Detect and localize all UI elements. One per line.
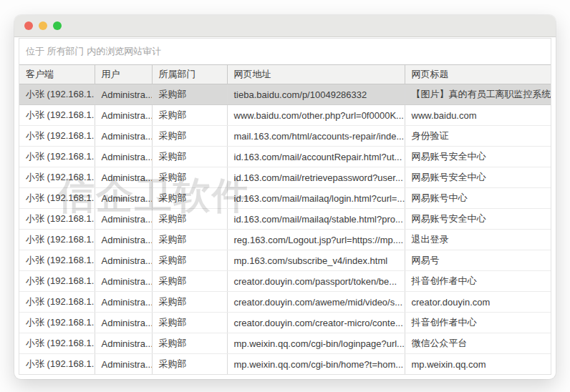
- cell-user: Administra...: [95, 126, 152, 147]
- cell-dept: 采购部: [152, 271, 227, 292]
- cell-dept: 采购部: [152, 230, 227, 250]
- cell-dept: 采购部: [152, 188, 227, 209]
- cell-dept: 采购部: [152, 147, 227, 167]
- cell-user: Administra...: [95, 271, 152, 292]
- cell-title: 【图片】真的有员工离职监控系统吗?: [405, 84, 551, 105]
- cell-url: mp.weixin.qq.com/cgi-bin/home?t=hom...: [227, 354, 405, 375]
- app-window: 位于 所有部门 内的浏览网站审计 客户端用户所属部门网页地址网页标题 小张 (1…: [14, 15, 556, 379]
- cell-dept: 采购部: [152, 250, 227, 271]
- cell-title: 网易号: [405, 250, 551, 271]
- cell-url: creator.douyin.com/creator-micro/conte..…: [227, 313, 405, 333]
- cell-title: 抖音创作者中心: [405, 313, 551, 333]
- column-header[interactable]: 网页标题: [405, 65, 551, 84]
- table-row[interactable]: 小张 (192.168.1...Administra...采购部creator.…: [19, 292, 551, 313]
- cell-dept: 采购部: [152, 313, 227, 333]
- column-header[interactable]: 网页地址: [227, 65, 405, 84]
- column-header[interactable]: 所属部门: [152, 65, 227, 84]
- cell-title: 网易账号安全中心: [405, 147, 551, 167]
- table-row[interactable]: 小张 (192.168.1...Administra...采购部id.163.c…: [19, 209, 551, 230]
- table-row[interactable]: 小张 (192.168.1...Administra...采购部creator.…: [19, 271, 551, 292]
- content-panel: 位于 所有部门 内的浏览网站审计 客户端用户所属部门网页地址网页标题 小张 (1…: [19, 38, 551, 375]
- cell-client: 小张 (192.168.1...: [19, 147, 95, 167]
- titlebar: [14, 15, 556, 37]
- cell-user: Administra...: [95, 188, 152, 209]
- cell-user: Administra...: [95, 84, 152, 105]
- cell-title: mp.weixin.qq.com: [405, 354, 551, 375]
- cell-client: 小张 (192.168.1...: [19, 313, 95, 333]
- cell-dept: 采购部: [152, 167, 227, 188]
- audit-table: 客户端用户所属部门网页地址网页标题 小张 (192.168.1...Admini…: [19, 64, 551, 375]
- column-header[interactable]: 用户: [95, 65, 152, 84]
- minimize-icon[interactable]: [39, 21, 47, 30]
- cell-user: Administra...: [95, 147, 152, 167]
- table-row[interactable]: 小张 (192.168.1...Administra...采购部creator.…: [19, 313, 551, 333]
- cell-url: tieba.baidu.com/p/10049286332: [227, 84, 405, 105]
- cell-dept: 采购部: [152, 84, 227, 105]
- cell-client: 小张 (192.168.1...: [19, 126, 95, 147]
- cell-client: 小张 (192.168.1...: [19, 250, 95, 271]
- cell-user: Administra...: [95, 354, 152, 375]
- cell-dept: 采购部: [152, 292, 227, 313]
- cell-client: 小张 (192.168.1...: [19, 230, 95, 250]
- cell-url: mail.163.com/html/accounts-repair/inde..…: [227, 126, 405, 147]
- cell-client: 小张 (192.168.1...: [19, 354, 95, 375]
- cell-url: id.163.com/mail/mailaq/login.html?curl=.…: [227, 188, 405, 209]
- cell-url: mp.163.com/subscribe_v4/index.html: [227, 250, 405, 271]
- cell-dept: 采购部: [152, 126, 227, 147]
- close-icon[interactable]: [24, 21, 33, 30]
- cell-user: Administra...: [95, 292, 152, 313]
- cell-url: id.163.com/mail/mailaq/stable.html?pro..…: [227, 209, 405, 230]
- table-row[interactable]: 小张 (192.168.1...Administra...采购部mp.163.c…: [19, 250, 551, 271]
- cell-title: 网易账号中心: [405, 188, 551, 209]
- cell-client: 小张 (192.168.1...: [19, 292, 95, 313]
- cell-url: creator.douyin.com/passport/token/be...: [227, 271, 405, 292]
- cell-dept: 采购部: [152, 333, 227, 354]
- cell-title: 身份验证: [405, 126, 551, 147]
- cell-url: id.163.com/mail/retrievepassword?user...: [227, 167, 405, 188]
- table-row[interactable]: 小张 (192.168.1...Administra...采购部www.baid…: [19, 105, 551, 126]
- cell-title: creator.douyin.com: [405, 292, 551, 313]
- cell-client: 小张 (192.168.1...: [19, 84, 95, 105]
- breadcrumb: 位于 所有部门 内的浏览网站审计: [19, 39, 551, 64]
- table-row[interactable]: 小张 (192.168.1...Administra...采购部id.163.c…: [19, 188, 551, 209]
- table-row[interactable]: 小张 (192.168.1...Administra...采购部mp.weixi…: [19, 333, 551, 354]
- cell-title: 退出登录: [405, 230, 551, 250]
- cell-url: mp.weixin.qq.com/cgi-bin/loginpage?url..…: [227, 333, 405, 354]
- cell-user: Administra...: [95, 230, 152, 250]
- cell-user: Administra...: [95, 250, 152, 271]
- cell-client: 小张 (192.168.1...: [19, 188, 95, 209]
- cell-client: 小张 (192.168.1...: [19, 167, 95, 188]
- cell-url: id.163.com/mail/accountRepair.html?ut...: [227, 147, 405, 167]
- cell-user: Administra...: [95, 209, 152, 230]
- cell-url: creator.douyin.com/aweme/mid/video/s...: [227, 292, 405, 313]
- table-row[interactable]: 小张 (192.168.1...Administra...采购部mp.weixi…: [19, 354, 551, 375]
- cell-title: 抖音创作者中心: [405, 271, 551, 292]
- cell-client: 小张 (192.168.1...: [19, 105, 95, 126]
- table-row[interactable]: 小张 (192.168.1...Administra...采购部id.163.c…: [19, 167, 551, 188]
- cell-client: 小张 (192.168.1...: [19, 333, 95, 354]
- cell-user: Administra...: [95, 167, 152, 188]
- cell-title: 网易账号安全中心: [405, 167, 551, 188]
- cell-dept: 采购部: [152, 354, 227, 375]
- table-row[interactable]: 小张 (192.168.1...Administra...采购部reg.163.…: [19, 230, 551, 250]
- table-row[interactable]: 小张 (192.168.1...Administra...采购部tieba.ba…: [19, 84, 551, 105]
- table-row[interactable]: 小张 (192.168.1...Administra...采购部mail.163…: [19, 126, 551, 147]
- zoom-icon[interactable]: [53, 21, 62, 30]
- column-header[interactable]: 客户端: [19, 65, 95, 84]
- table-row[interactable]: 小张 (192.168.1...Administra...采购部id.163.c…: [19, 147, 551, 167]
- cell-dept: 采购部: [152, 209, 227, 230]
- cell-dept: 采购部: [152, 105, 227, 126]
- cell-title: 网易账号安全中心: [405, 209, 551, 230]
- cell-title: 微信公众平台: [405, 333, 551, 354]
- cell-user: Administra...: [95, 105, 152, 126]
- cell-user: Administra...: [95, 313, 152, 333]
- cell-url: reg.163.com/Logout.jsp?url=https://mp...…: [227, 230, 405, 250]
- cell-url: www.baidu.com/other.php?url=0f0000K...: [227, 105, 405, 126]
- cell-user: Administra...: [95, 333, 152, 354]
- traffic-lights: [24, 21, 62, 30]
- cell-client: 小张 (192.168.1...: [19, 209, 95, 230]
- cell-client: 小张 (192.168.1...: [19, 271, 95, 292]
- cell-title: www.baidu.com: [405, 105, 551, 126]
- table-header-row: 客户端用户所属部门网页地址网页标题: [19, 65, 551, 84]
